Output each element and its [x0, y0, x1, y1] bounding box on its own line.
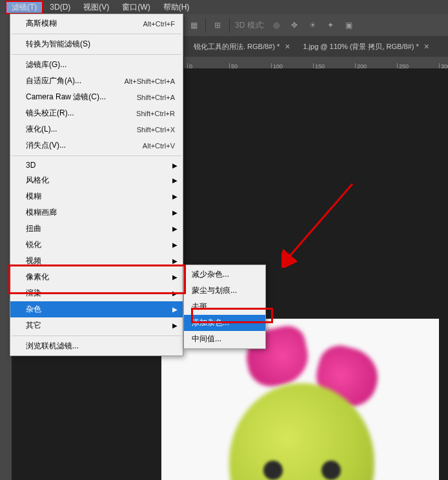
menu-separator — [12, 155, 181, 156]
ruler-mark: 200 — [355, 63, 367, 68]
ruler-mark: 50 — [229, 63, 238, 68]
menu-item-label: 渲染 — [26, 288, 41, 299]
pan-icon[interactable]: ✥ — [288, 19, 301, 32]
menu-item-label: 风格化 — [26, 175, 49, 186]
menu-item[interactable]: 杂色▶ — [10, 301, 183, 317]
horizontal-ruler: 0 50 100 150 200 250 300 — [184, 57, 448, 68]
menubar: 滤镜(T) 3D(D) 视图(V) 窗口(W) 帮助(H) — [0, 0, 448, 14]
menu-item[interactable]: 锐化▶ — [10, 237, 183, 253]
orbit-icon[interactable]: ◎ — [270, 19, 283, 32]
move-icon[interactable]: ✦ — [324, 19, 337, 32]
separator-icon — [205, 18, 206, 32]
chevron-right-icon: ▶ — [172, 193, 178, 200]
menu-item-label: 高斯模糊 — [26, 18, 57, 29]
tab-label: 1.jpg @ 110% (背景 拷贝, RGB/8#) * — [303, 42, 418, 52]
ruler-mark: 250 — [397, 63, 409, 68]
menu-item[interactable]: 高斯模糊Alt+Ctrl+F — [10, 15, 183, 32]
separator-icon — [229, 18, 230, 32]
menu-item-label: 模糊 — [26, 191, 41, 202]
menu-item[interactable]: 镜头校正(R)...Shift+Ctrl+R — [10, 105, 183, 121]
chevron-right-icon: ▶ — [172, 306, 178, 313]
menu-item[interactable]: 3D▶ — [10, 158, 183, 172]
menu-separator — [12, 54, 181, 55]
menu-item-label: 浏览联机滤镜... — [26, 341, 79, 352]
tab-doc-1[interactable]: 锐化工具的用法. RGB/8#) * × — [187, 36, 296, 57]
menu-item-label: 自适应广角(A)... — [26, 75, 81, 86]
menu-item[interactable]: 扭曲▶ — [10, 221, 183, 237]
menu-item-label: 3D — [26, 161, 36, 170]
submenu-item[interactable]: 减少杂色... — [184, 266, 265, 283]
menu-shortcut: Shift+Ctrl+X — [137, 126, 175, 134]
menu-item[interactable]: 像素化▶ — [10, 269, 183, 285]
menu-item-label: 转换为智能滤镜(S) — [26, 39, 90, 50]
menu-item[interactable]: 其它▶ — [10, 317, 183, 334]
menu-shortcut: Shift+Ctrl+R — [136, 110, 175, 117]
menu-window[interactable]: 窗口(W) — [116, 1, 156, 14]
camera-icon[interactable]: ▣ — [342, 19, 355, 32]
menu-view[interactable]: 视图(V) — [77, 1, 116, 14]
menu-separator — [12, 335, 181, 336]
tab-doc-2[interactable]: 1.jpg @ 110% (背景 拷贝, RGB/8#) * × — [296, 36, 435, 57]
menu-item-label: 滤镜库(G)... — [26, 59, 66, 70]
menu-item[interactable]: 视频▶ — [10, 253, 183, 269]
menu-item-label: Camera Raw 滤镜(C)... — [26, 92, 106, 103]
menu-item-label: 扭曲 — [26, 223, 41, 234]
menu-item[interactable]: 自适应广角(A)...Alt+Shift+Ctrl+A — [10, 73, 183, 89]
menu-item[interactable]: 风格化▶ — [10, 172, 183, 188]
menu-item[interactable]: 模糊▶ — [10, 188, 183, 205]
menu-item-label: 液化(L)... — [26, 124, 57, 135]
menu-item-label: 视频 — [26, 255, 41, 266]
ruler-mark: 150 — [313, 63, 325, 68]
chevron-right-icon: ▶ — [172, 257, 178, 265]
chevron-right-icon: ▶ — [172, 225, 178, 232]
chevron-right-icon: ▶ — [172, 274, 178, 281]
light-icon[interactable]: ☀ — [306, 19, 319, 32]
grid-icon[interactable]: ▦ — [187, 19, 200, 32]
menu-item[interactable]: 消失点(V)...Alt+Ctrl+V — [10, 137, 183, 154]
submenu-item[interactable]: 添加杂色... — [184, 315, 265, 331]
ruler-mark: 100 — [271, 63, 283, 68]
menu-item[interactable]: Camera Raw 滤镜(C)...Shift+Ctrl+A — [10, 89, 183, 105]
submenu-item[interactable]: 蒙尘与划痕... — [184, 283, 265, 299]
filter-dropdown-menu: 高斯模糊Alt+Ctrl+F转换为智能滤镜(S)滤镜库(G)...自适应广角(A… — [10, 14, 183, 356]
menu-item-label: 消失点(V)... — [26, 140, 66, 151]
align-icon[interactable]: ⊞ — [211, 19, 224, 32]
menu-item-label: 镜头校正(R)... — [26, 108, 74, 119]
chevron-right-icon: ▶ — [172, 162, 178, 169]
menu-item[interactable]: 模糊画廊▶ — [10, 205, 183, 221]
menu-item[interactable]: 浏览联机滤镜... — [10, 338, 183, 354]
close-icon[interactable]: × — [424, 41, 429, 52]
menu-item[interactable]: 转换为智能滤镜(S) — [10, 36, 183, 52]
noise-submenu: 减少杂色...蒙尘与划痕...去斑添加杂色...中间值... — [183, 265, 266, 349]
menu-separator — [12, 34, 181, 34]
menu-shortcut: Alt+Ctrl+F — [143, 20, 175, 28]
menu-item-label: 锐化 — [26, 239, 41, 250]
menu-shortcut: Alt+Ctrl+V — [143, 142, 175, 150]
submenu-item[interactable]: 中间值... — [184, 331, 265, 347]
menu-item[interactable]: 液化(L)...Shift+Ctrl+X — [10, 121, 183, 137]
menu-3d[interactable]: 3D(D) — [43, 1, 77, 13]
tab-label: 锐化工具的用法. RGB/8#) * — [194, 42, 280, 52]
chevron-right-icon: ▶ — [172, 177, 178, 184]
menu-shortcut: Shift+Ctrl+A — [137, 94, 175, 101]
ruler-mark: 0 — [187, 63, 192, 68]
menu-filter[interactable]: 滤镜(T) — [5, 1, 43, 14]
close-icon[interactable]: × — [285, 41, 290, 52]
menu-item[interactable]: 渲染▶ — [10, 285, 183, 301]
plush-eye — [321, 461, 341, 480]
ruler-mark: 300 — [439, 63, 448, 68]
mode-label: 3D 模式: — [235, 20, 265, 31]
chevron-right-icon: ▶ — [172, 290, 178, 297]
menu-shortcut: Alt+Shift+Ctrl+A — [124, 77, 175, 85]
chevron-right-icon: ▶ — [172, 241, 178, 248]
submenu-item[interactable]: 去斑 — [184, 299, 265, 315]
menu-item-label: 其它 — [26, 320, 41, 331]
plush-eye — [263, 461, 283, 480]
chevron-right-icon: ▶ — [172, 322, 178, 329]
menu-item-label: 模糊画廊 — [26, 207, 57, 218]
menu-item[interactable]: 滤镜库(G)... — [10, 57, 183, 73]
menu-item-label: 杂色 — [26, 304, 41, 315]
menu-item-label: 像素化 — [26, 272, 49, 283]
chevron-right-icon: ▶ — [172, 209, 178, 216]
menu-help[interactable]: 帮助(H) — [157, 1, 196, 14]
